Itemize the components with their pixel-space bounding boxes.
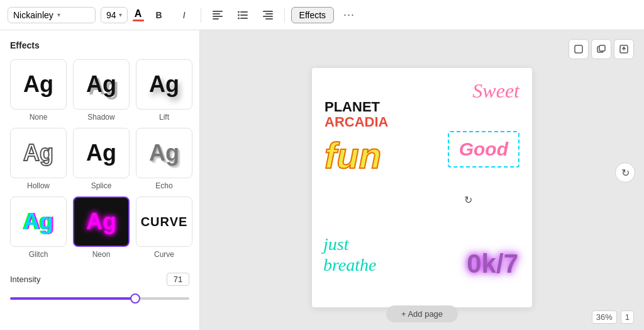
effect-label-neon: Neon [92, 250, 111, 259]
font-chevron-icon: ▾ [57, 11, 60, 18]
list-button[interactable] [233, 5, 253, 25]
svg-rect-12 [263, 16, 273, 17]
effects-button[interactable]: Effects [291, 7, 335, 23]
page-number[interactable]: 1 [621, 310, 634, 324]
effect-ag-none: Ag [23, 71, 53, 98]
effect-ag-lift: Ag [149, 71, 179, 98]
svg-rect-11 [265, 13, 273, 14]
intensity-section: Intensity 71 [10, 273, 189, 302]
toolbar-separator-2 [284, 8, 285, 23]
effect-preview-shadow: Ag [73, 59, 130, 110]
canvas-toolbar [569, 39, 634, 59]
effect-ag-neon: Ag [86, 208, 116, 235]
svg-rect-6 [240, 18, 248, 19]
main-area: Effects Ag None Ag Shadow Ag [0, 30, 644, 330]
effect-label-shadow: Shadow [87, 113, 114, 122]
effect-label-hollow: Hollow [27, 181, 50, 190]
text-fun[interactable]: fun [325, 134, 381, 176]
svg-rect-0 [213, 11, 223, 12]
effect-ag-shadow: Ag [86, 71, 116, 98]
effect-item-neon[interactable]: Ag Neon [73, 196, 130, 259]
effect-ag-glitch: Ag [23, 208, 53, 235]
top-toolbar: Nickainley ▾ 94 ▾ A B I [0, 0, 644, 30]
effect-preview-hollow: Ag [10, 128, 67, 178]
intensity-value: 71 [167, 273, 189, 286]
effect-preview-lift: Ag [136, 59, 192, 110]
bold-button[interactable]: B [149, 5, 169, 25]
text-just-breathe[interactable]: just breathe [323, 234, 377, 276]
effect-preview-echo: Ag [136, 128, 192, 178]
svg-rect-4 [240, 11, 248, 13]
font-size-value: 94 [106, 10, 116, 20]
effect-ag-curve: CURVE [141, 215, 188, 229]
svg-rect-14 [575, 45, 582, 53]
svg-rect-5 [240, 14, 248, 16]
effect-label-none: None [30, 113, 48, 122]
align-button[interactable] [208, 5, 228, 25]
effect-preview-none: Ag [10, 59, 67, 110]
effect-preview-curve: CURVE [136, 196, 192, 247]
font-color-bar [133, 20, 144, 21]
text-247[interactable]: 0k/7 [467, 249, 518, 279]
text-planet: PLANET [325, 100, 388, 115]
effect-ag-echo: Ag [149, 140, 179, 166]
canvas-wrapper: Sweet PLANET ARCADIA fun Good ↻ just br [312, 68, 532, 307]
effect-preview-splice: Ag [73, 128, 130, 178]
effect-label-lift: Lift [159, 113, 169, 122]
svg-rect-1 [213, 13, 220, 14]
canvas-duplicate-icon[interactable] [591, 39, 611, 59]
font-a-icon: A [135, 9, 142, 19]
intensity-header: Intensity 71 [10, 273, 189, 286]
canvas-content: Sweet PLANET ARCADIA fun Good ↻ just br [312, 68, 532, 307]
effect-item-none[interactable]: Ag None [10, 59, 67, 122]
good-rotate-icon: ↻ [464, 195, 472, 205]
effect-label-splice: Splice [91, 181, 112, 190]
effect-ag-hollow: Ag [23, 140, 53, 166]
font-selector[interactable]: Nickainley ▾ [8, 7, 96, 23]
effect-label-curve: Curve [154, 250, 174, 259]
text-breathe: breathe [323, 254, 377, 276]
effect-label-echo: Echo [155, 181, 172, 190]
svg-point-9 [238, 17, 240, 19]
zoom-level[interactable]: 36% [592, 310, 617, 324]
effects-grid: Ag None Ag Shadow Ag Lift [10, 59, 189, 259]
rotate-button[interactable]: ↻ [615, 162, 635, 183]
effect-item-curve[interactable]: CURVE Curve [136, 196, 192, 259]
effect-item-lift[interactable]: Ag Lift [136, 59, 192, 122]
svg-point-7 [238, 11, 240, 13]
toolbar-separator-1 [201, 8, 201, 23]
canvas-export-icon[interactable] [614, 39, 634, 59]
svg-rect-13 [265, 18, 273, 20]
good-rotate-handle[interactable]: ↻ [464, 194, 472, 206]
effect-item-hollow[interactable]: Ag Hollow [10, 128, 67, 190]
effect-ag-splice: Ag [86, 140, 116, 166]
text-sweet[interactable]: Sweet [472, 79, 519, 103]
canvas-square-icon[interactable] [569, 39, 589, 59]
more-options-button[interactable]: ··· [339, 5, 359, 25]
effect-label-glitch: Glitch [29, 250, 48, 259]
font-color-button[interactable]: A [133, 9, 144, 21]
effect-item-glitch[interactable]: Ag Glitch [10, 196, 67, 259]
effect-preview-neon: Ag [73, 196, 130, 247]
intensity-slider[interactable] [10, 297, 189, 300]
effect-item-splice[interactable]: Ag Splice [73, 128, 130, 190]
svg-rect-16 [599, 45, 605, 51]
text-good[interactable]: Good [448, 131, 519, 168]
text-planet-arcadia[interactable]: PLANET ARCADIA [325, 100, 388, 130]
effects-panel: Effects Ag None Ag Shadow Ag [0, 30, 200, 330]
panel-title: Effects [10, 40, 189, 50]
add-page-button[interactable]: + Add page [386, 305, 458, 322]
italic-button[interactable]: I [174, 5, 194, 25]
zoom-bar: 36% 1 [592, 310, 634, 324]
font-size-selector[interactable]: 94 ▾ [101, 7, 128, 23]
svg-rect-10 [263, 11, 273, 12]
effect-item-echo[interactable]: Ag Echo [136, 128, 192, 190]
canvas-area: ↻ Sweet PLANET ARCADIA fun Good ↻ [200, 30, 644, 330]
indent-button[interactable] [258, 5, 278, 25]
rotate-icon: ↻ [621, 167, 630, 179]
svg-rect-3 [213, 18, 219, 20]
intensity-label: Intensity [10, 275, 40, 284]
svg-point-8 [238, 14, 240, 16]
text-arcadia: ARCADIA [325, 115, 388, 130]
effect-item-shadow[interactable]: Ag Shadow [73, 59, 130, 122]
